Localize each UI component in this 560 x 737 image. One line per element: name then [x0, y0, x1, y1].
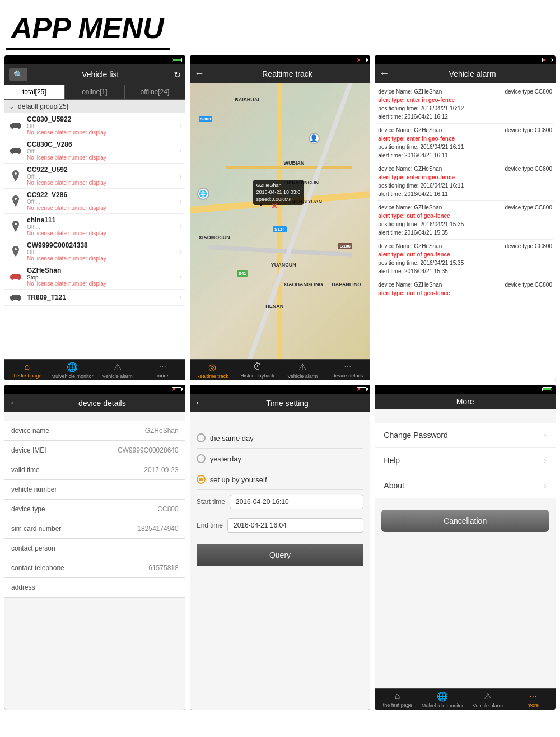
alarm-type: alert type: enter in geo-fence [378, 134, 552, 143]
nav-first-page[interactable]: ⌂ the first page [4, 362, 50, 379]
nav-label: the first page [383, 702, 412, 708]
battery-4 [172, 387, 182, 391]
radio-circle-selected [197, 475, 206, 484]
alarm-type: alert type: out of geo-fence [378, 250, 552, 259]
map-marker: GZHeShan 2016-04-21 18:03:0 speed:0.00KM… [253, 180, 304, 206]
more-header: More [375, 394, 556, 409]
list-item[interactable]: CC922_U592 Offl... No license plate numb… [4, 164, 185, 189]
map-container: S303 S114 S41 G106 BAISHUAI WUBIAN LIANB… [190, 83, 371, 359]
vehicle-info: GZHeShan Stop No license plate number di… [27, 267, 176, 287]
alarm-pos-time: positioning time: 2016/04/21 16:12 [378, 104, 552, 113]
radio-same-day[interactable]: the same day [197, 428, 364, 449]
nav-label: Vehicle alarm [287, 374, 318, 379]
status-bar-2 [190, 55, 371, 64]
screenshots-grid: 🔍 Vehicle list ↻ total[25] online[1] off… [0, 55, 560, 714]
radio-yesterday[interactable]: yesterday [197, 449, 364, 469]
chevron-right-icon: › [180, 172, 182, 180]
refresh-button[interactable]: ↻ [174, 69, 181, 80]
nav-alarm[interactable]: ⚠ Vehicle alarm [465, 691, 511, 708]
nav-label: Vehicle alarm [473, 703, 503, 708]
time-setting-content: the same day yesterday set up by yoursel… [190, 421, 371, 710]
nav-label: Mulvehicle monitor [51, 374, 93, 379]
more-item-help[interactable]: Help › [375, 448, 556, 473]
alarm-device-line: device Name: GZHeShan device type:CC800 [378, 281, 552, 289]
more-content: Change Password › Help › About › Cancell… [375, 418, 556, 688]
status-bar-6 [375, 385, 556, 394]
alarm-list: device Name: GZHeShan device type:CC800 … [375, 83, 556, 380]
back-button[interactable]: ← [9, 397, 19, 409]
more-item-about[interactable]: About › [375, 473, 556, 498]
list-item[interactable]: CC830C_V286 Offl... No license plate num… [4, 138, 185, 164]
cancellation-button[interactable]: Cancellation [381, 510, 549, 532]
svg-rect-9 [12, 274, 20, 277]
list-item[interactable]: china111 Offl... No license plate number… [4, 214, 185, 239]
alarm-device-type: device type:CC800 [505, 281, 552, 289]
list-item[interactable]: CC830_U5922 Offl... No license plate num… [4, 113, 185, 138]
dots-icon: ··· [529, 691, 536, 701]
vehicle-name: CC830C_V286 [27, 141, 176, 148]
more-item-change-password[interactable]: Change Password › [375, 423, 556, 448]
list-item[interactable]: GZHeShan Stop No license plate number di… [4, 264, 185, 290]
group-label: default group[25] [18, 102, 68, 110]
query-button[interactable]: Query [197, 544, 364, 566]
detail-row: device type CC800 [4, 500, 185, 519]
detail-label: sim card number [11, 525, 61, 533]
alarm-entry: device Name: GZHeShan device type:CC800 … [377, 124, 553, 162]
nav-mulvehicle[interactable]: 🌐 Mulvehicle monitor [50, 362, 95, 379]
list-item[interactable]: CW9999C00024338 Offl... No license plate… [4, 239, 185, 264]
road-sign-s114: S114 [273, 226, 287, 232]
globe-icon: 🌐 [437, 691, 448, 702]
chevron-right-icon: › [180, 293, 182, 301]
vehicle-plate: No license plate number display [27, 180, 176, 186]
radio-custom[interactable]: set up by yourself [197, 469, 364, 490]
nav-mulvehicle[interactable]: 🌐 Mulvehicle monitor [420, 691, 465, 708]
detail-value: CW9999C00028640 [118, 446, 179, 454]
end-time-label: End time [197, 521, 223, 529]
nav-first-page[interactable]: ⌂ the first page [375, 691, 420, 708]
nav-more[interactable]: ··· more [510, 691, 556, 708]
alarm-alert-time: alert time: 2016/04/21 16:11 [378, 151, 552, 160]
end-time-input[interactable] [227, 518, 363, 533]
svg-point-14 [11, 298, 13, 301]
tab-total[interactable]: total[25] [4, 85, 65, 99]
chevron-down-icon: ⌄ [9, 102, 15, 110]
nav-history[interactable]: ⏱ Histor...layback [235, 362, 280, 379]
start-time-input[interactable] [230, 495, 363, 509]
map-background: S303 S114 S41 G106 BAISHUAI WUBIAN LIANB… [190, 83, 371, 359]
alarm-type: alert type: out of geo-fence [378, 289, 552, 297]
detail-value: 18254174940 [137, 525, 178, 533]
svg-rect-13 [12, 295, 20, 297]
globe-icon: 🌐 [67, 362, 78, 372]
chevron-right-icon: › [180, 273, 182, 281]
vehicle-name: TR809_T121 [27, 293, 176, 301]
alarm-device-type: device type:CC800 [505, 242, 552, 250]
nav-vehicle-alarm[interactable]: ⚠ Vehicle alarm [95, 362, 140, 379]
detail-label: vehicle number [11, 486, 57, 493]
detail-row: device IMEI CW9999C00028640 [4, 441, 185, 460]
chevron-right-icon: › [180, 147, 182, 155]
back-button[interactable]: ← [379, 68, 389, 80]
tab-online[interactable]: online[1] [65, 85, 125, 99]
alarm-device-type: device type:CC800 [505, 165, 552, 173]
nav-device-details[interactable]: ··· device details [325, 362, 371, 379]
device-details-header: ← device details [4, 394, 185, 412]
nav-alarm[interactable]: ⚠ Vehicle alarm [280, 362, 325, 379]
nav-label: more [157, 373, 169, 379]
dots-icon: ··· [344, 362, 351, 372]
back-button[interactable]: ← [194, 68, 204, 80]
alarm-device-name: device Name: GZHeShan [378, 126, 442, 134]
list-item[interactable]: CC922_V286 Offl... No license plate numb… [4, 189, 185, 214]
group-header: ⌄ default group[25] [4, 100, 185, 113]
tab-offline[interactable]: offline[24] [125, 85, 185, 99]
spacer [375, 409, 556, 418]
nav-realtime[interactable]: ◎ Realtime track [190, 362, 235, 379]
back-button[interactable]: ← [194, 397, 204, 409]
search-button[interactable]: 🔍 [9, 68, 27, 81]
car-icon [8, 292, 24, 303]
nav-more[interactable]: ··· more [140, 362, 185, 379]
alarm-device-name: device Name: GZHeShan [378, 242, 442, 250]
svg-point-11 [18, 278, 20, 280]
location-icon [8, 170, 24, 181]
list-item[interactable]: TR809_T121 › [4, 290, 185, 306]
vehicle-status: Offl... [27, 174, 176, 180]
